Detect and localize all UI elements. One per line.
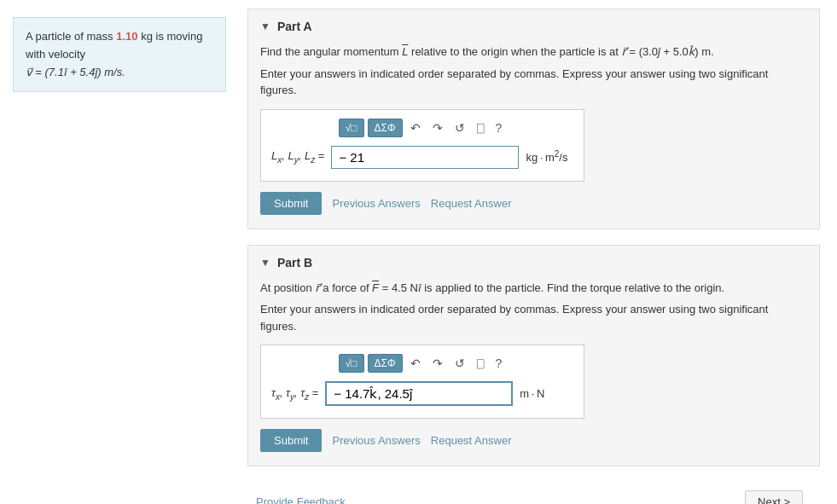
part-a-symbol-btn[interactable]: ΔΣΦ: [368, 119, 403, 137]
part-b-answer-box: √□ ΔΣΦ ↶ ↷ ↺ ⎕ ? τx, τy, τz = m: [260, 345, 584, 419]
part-b-question: At position r⃗ a force of F = 4.5 Nî is …: [260, 280, 804, 297]
next-button[interactable]: Next >: [745, 490, 803, 504]
main-content: ▼ Part A Find the angular momentum L rel…: [239, 0, 837, 504]
mass-unit: kg: [138, 30, 153, 43]
part-a-prev-answers-link[interactable]: Previous Answers: [332, 197, 420, 210]
part-b-collapse-arrow[interactable]: ▼: [260, 257, 270, 269]
part-a-input-row: Lx, Ly, Lz = kg · m2/s: [271, 146, 573, 169]
part-b-instruction: Enter your answers in indicated order se…: [260, 301, 804, 334]
mass-value: 1.10: [116, 30, 137, 43]
part-a-input[interactable]: [331, 146, 519, 169]
part-a-undo-btn[interactable]: ↶: [406, 119, 425, 136]
description-text: A particle of mass 1.10 kg is moving wit…: [26, 30, 202, 78]
part-a-section: ▼ Part A Find the angular momentum L rel…: [247, 9, 820, 229]
part-a-actions: Submit Previous Answers Request Answer: [260, 192, 804, 215]
part-b-prev-answers-link[interactable]: Previous Answers: [332, 434, 420, 447]
footer: Provide Feedback Next >: [247, 482, 820, 504]
part-b-symbol-btn[interactable]: ΔΣΦ: [368, 354, 403, 373]
part-b-input-label: τx, τy, τz =: [271, 386, 318, 402]
part-a-header: ▼ Part A: [260, 20, 804, 33]
part-b-input-row: τx, τy, τz = m · N: [271, 381, 573, 406]
velocity-value: v⃗ = (7.1î + 5.4ĵ) m/s.: [26, 66, 125, 78]
part-a-unit: kg · m2/s: [526, 149, 567, 164]
part-b-redo-btn[interactable]: ↷: [428, 355, 447, 372]
part-a-input-label: Lx, Ly, Lz =: [271, 149, 324, 165]
part-a-collapse-arrow[interactable]: ▼: [260, 20, 270, 32]
part-a-question: Find the angular momentum L relative to …: [260, 43, 804, 61]
part-b-section: ▼ Part B At position r⃗ a force of F = 4…: [247, 245, 820, 467]
part-b-request-answer-link[interactable]: Request Answer: [431, 434, 512, 447]
part-a-keyboard-btn[interactable]: ⎕: [473, 119, 488, 136]
part-a-help-btn[interactable]: ?: [491, 119, 507, 136]
desc-mid: is moving with velocity: [26, 30, 202, 61]
part-b-header: ▼ Part B: [260, 256, 804, 269]
part-a-redo-btn[interactable]: ↷: [428, 119, 447, 136]
part-a-submit-button[interactable]: Submit: [260, 192, 322, 215]
part-b-help-btn[interactable]: ?: [491, 355, 507, 372]
part-a-request-answer-link[interactable]: Request Answer: [431, 197, 512, 210]
part-b-undo-btn[interactable]: ↶: [406, 355, 425, 372]
part-a-title: Part A: [277, 20, 312, 33]
problem-description: A particle of mass 1.10 kg is moving wit…: [13, 17, 226, 92]
part-a-sqrt-btn[interactable]: √□: [339, 119, 364, 137]
part-b-sqrt-btn[interactable]: √□: [339, 354, 364, 373]
part-a-toolbar: √□ ΔΣΦ ↶ ↷ ↺ ⎕ ?: [271, 119, 573, 137]
part-b-input[interactable]: [325, 381, 513, 406]
part-a-instruction: Enter your answers in indicated order se…: [260, 66, 804, 99]
sidebar: A particle of mass 1.10 kg is moving wit…: [0, 0, 239, 504]
part-b-title: Part B: [277, 256, 312, 269]
part-b-actions: Submit Previous Answers Request Answer: [260, 429, 804, 452]
part-a-reset-btn[interactable]: ↺: [450, 119, 469, 136]
part-b-toolbar: √□ ΔΣΦ ↶ ↷ ↺ ⎕ ?: [271, 354, 573, 373]
part-a-answer-box: √□ ΔΣΦ ↶ ↷ ↺ ⎕ ? Lx, Ly, Lz = kg: [260, 109, 584, 182]
part-b-submit-button[interactable]: Submit: [260, 429, 322, 452]
part-b-reset-btn[interactable]: ↺: [450, 355, 469, 372]
part-b-unit: m · N: [520, 387, 544, 400]
part-b-keyboard-btn[interactable]: ⎕: [473, 355, 488, 372]
provide-feedback-link[interactable]: Provide Feedback: [256, 495, 346, 504]
